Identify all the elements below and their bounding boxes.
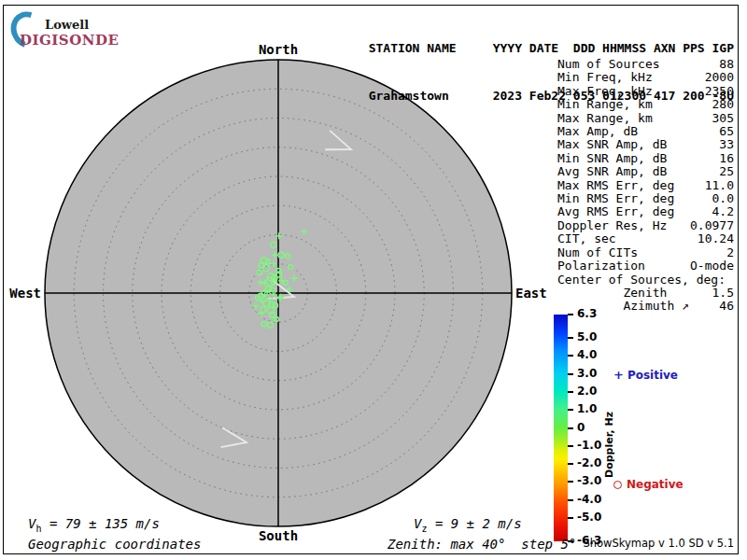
colorbar-tick <box>568 373 573 375</box>
stat-row: Num of CITs2 <box>557 246 734 259</box>
compass-west-label: West <box>4 286 41 301</box>
stat-row: Doppler Res, Hz0.0977 <box>557 219 734 232</box>
compass-north-label: North <box>232 42 325 57</box>
colorbar-tick <box>568 463 573 465</box>
colorbar-tick-label: -3.0 <box>577 474 601 488</box>
colorbar-tick-label: -2.0 <box>577 456 601 470</box>
legend-positive-label: Positive <box>627 369 678 382</box>
colorbar-wrap: 6.35.04.03.02.01.00-1.0-2.0-3.0-4.0-5.0-… <box>554 315 694 541</box>
colorbar-tick <box>568 481 573 483</box>
stat-row: Zenith1.5 <box>557 287 734 300</box>
stat-row: Min Range, km280 <box>557 98 734 111</box>
legend-negative-label: Negative <box>627 478 684 491</box>
colorbar-tick-label: 0 <box>577 421 585 435</box>
colorbar-axis-label: Doppler, Hz <box>603 403 615 478</box>
stat-row: PolarizationO-mode <box>557 259 734 273</box>
digisonde-logo: Lowell DIGISONDE <box>9 9 112 47</box>
stat-row: Min Freq, kHz2000 <box>557 71 734 84</box>
legend-positive: +Positive <box>613 368 678 382</box>
vertical-velocity-value: Vz = 9 ± 2 m/s <box>414 516 522 534</box>
colorbar-tick-label: -1.0 <box>577 439 601 453</box>
colorbar-tick <box>568 517 573 519</box>
stat-row: Avg RMS Err, deg4.2 <box>557 205 734 218</box>
colorbar-tick <box>568 427 573 429</box>
zenith-range-label: Zenith: max 40° step 5° <box>388 537 576 552</box>
colorbar-tick-label: 1.0 <box>577 402 597 416</box>
logo-digisonde: DIGISONDE <box>20 32 119 49</box>
plus-icon: + <box>613 368 624 382</box>
stat-row: Min RMS Err, deg0.0 <box>557 192 734 205</box>
compass-south-label: South <box>232 528 325 543</box>
colorbar-tick-label: 4.0 <box>577 348 597 362</box>
stat-row: Num of Sources88 <box>557 58 734 71</box>
colorbar-tick-label: 6.3 <box>577 307 597 321</box>
stat-row: Max Amp, dB65 <box>557 125 734 138</box>
legend-negative: Negative <box>613 478 684 491</box>
stat-row: Min SNR Amp, dB16 <box>557 152 734 165</box>
version-label: ShowSkymap v 1.0 SD v 5.1 <box>583 537 734 550</box>
colorbar-tick-label: 5.0 <box>577 330 597 344</box>
coordinates-label: Geographic coordinates <box>28 537 201 552</box>
stat-row: Max SNR Amp, dB33 <box>557 138 734 151</box>
stat-row: Avg SNR Amp, dB25 <box>557 165 734 178</box>
colorbar-tick <box>568 337 573 339</box>
colorbar-tick-label: -4.0 <box>577 493 601 507</box>
stat-row: Max Freq, kHz2350 <box>557 85 734 98</box>
colorbar-tick <box>568 391 573 393</box>
colorbar-tick-label: 3.0 <box>577 367 597 381</box>
header-columns-row: STATION NAME YYYY DATE DDD HHMMSS AXN PP… <box>369 40 734 56</box>
colorbar-tick-label: 2.0 <box>577 385 597 399</box>
colorbar-tick <box>568 445 573 447</box>
colorbar-tick <box>568 499 573 501</box>
colorbar-tick <box>568 314 573 315</box>
stat-row: Max RMS Err, deg11.0 <box>557 179 734 192</box>
colorbar <box>554 315 568 541</box>
compass-east-label: East <box>515 286 562 301</box>
colorbar-tick <box>568 355 573 357</box>
stat-row: Max Range, km305 <box>557 112 734 125</box>
horizontal-velocity-value: Vh = 79 ± 135 m/s <box>28 516 160 534</box>
colorbar-tick <box>568 409 573 411</box>
stats-panel: Num of Sources88Min Freq, kHz2000Max Fre… <box>557 58 734 314</box>
circle-icon <box>613 481 622 489</box>
logo-lowell: Lowell <box>45 18 89 32</box>
stat-row: CIT, sec10.24 <box>557 232 734 245</box>
stat-row: Center of Sources, deg: <box>557 273 734 287</box>
colorbar-tick-label: -5.0 <box>577 511 601 525</box>
